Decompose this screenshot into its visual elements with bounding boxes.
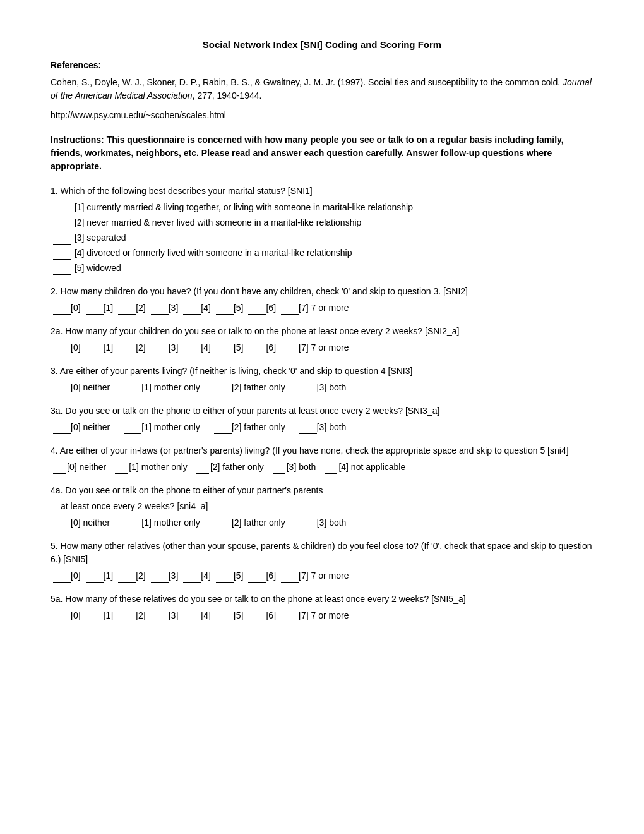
q1-option2: [2] never married & never lived with som…	[51, 215, 593, 229]
q5a-blank2	[118, 608, 136, 622]
q2-blank3	[151, 301, 169, 315]
q3a-blank0	[53, 420, 71, 434]
q2-opt7: [7] 7 or more	[281, 301, 349, 315]
q2a-opt6: [6]	[248, 341, 276, 354]
q1-blank1	[53, 200, 71, 214]
q3a-blank2	[214, 420, 232, 434]
q4a-blank0	[53, 516, 71, 529]
q5a-blank5	[216, 608, 234, 622]
q1-option4: [4] divorced or formerly lived with some…	[51, 246, 593, 260]
reference1-text: Cohen, S., Doyle, W. J., Skoner, D. P., …	[51, 77, 563, 87]
q2a-blank6	[248, 341, 266, 354]
q5-blank1	[86, 569, 104, 583]
q4a-text: 4a. Do you see or talk on the phone to e…	[51, 484, 593, 497]
q4-blank1	[115, 460, 128, 474]
q2a-blank4	[183, 341, 201, 354]
q5-opt1: [1]	[86, 569, 114, 583]
q5a-blank7	[281, 608, 299, 622]
q4a-opt0: [0] neither	[53, 516, 110, 529]
q5a-blank6	[248, 608, 266, 622]
q3-blank2	[214, 380, 232, 394]
q2a-blank2	[118, 341, 136, 354]
question-2: 2. How many children do you have? (If yo…	[51, 285, 593, 315]
q5-blank5	[216, 569, 234, 583]
q2a-blank7	[281, 341, 299, 354]
q2-opt5: [5]	[216, 301, 244, 315]
q1-blank5	[53, 261, 71, 275]
q5-blank6	[248, 569, 266, 583]
q5-opt0: [0]	[53, 569, 81, 583]
q1-blank2	[53, 215, 71, 229]
q4-opt3: [3] both	[273, 460, 316, 474]
q5a-opt4: [4]	[183, 608, 211, 622]
q3-opt0: [0] neither	[53, 380, 110, 394]
question-2a: 2a. How many of your children do you see…	[51, 325, 593, 354]
q2a-opt4: [4]	[183, 341, 211, 354]
q2a-opt1: [1]	[86, 341, 114, 354]
q2-opt3: [3]	[151, 301, 179, 315]
q1-blank3	[53, 231, 71, 245]
q4-blank3	[273, 460, 285, 474]
q3-blank1	[124, 380, 141, 394]
q5a-opt3: [3]	[151, 608, 179, 622]
q2-opt6: [6]	[248, 301, 276, 315]
q4-blank0	[53, 460, 66, 474]
q4-opt2: [2] father only	[196, 460, 264, 474]
q4a-blank3	[299, 516, 317, 529]
q4-text: 4. Are either of your in-laws (or partne…	[51, 444, 593, 457]
q4a-blank2	[214, 516, 232, 529]
q4-opt4: [4] not applicable	[325, 460, 405, 474]
page: Social Network Index [SNI] Coding and Sc…	[51, 38, 593, 622]
q5a-scale: [0] [1] [2] [3] [4] [5] [6] [7] 7 or mor…	[51, 608, 593, 622]
page-title: Social Network Index [SNI] Coding and Sc…	[51, 38, 593, 52]
q4a-opt1: [1] mother only	[124, 516, 200, 529]
question-5a: 5a. How many of these relatives do you s…	[51, 593, 593, 622]
q2-blank4	[183, 301, 201, 315]
q3-blank0	[53, 380, 71, 394]
q1-option3: [3] separated	[51, 231, 593, 245]
q1-text: 1. Which of the following best describes…	[51, 184, 593, 198]
q5a-blank1	[86, 608, 104, 622]
question-1: 1. Which of the following best describes…	[51, 184, 593, 275]
q1-option1: [1] currently married & living together,…	[51, 200, 593, 214]
reference-text: Cohen, S., Doyle, W. J., Skoner, D. P., …	[51, 76, 593, 102]
q4-options: [0] neither [1] mother only [2] father o…	[51, 460, 593, 474]
q5-opt6: [6]	[248, 569, 276, 583]
q4-opt0: [0] neither	[53, 460, 106, 474]
question-3a: 3a. Do you see or talk on the phone to e…	[51, 404, 593, 434]
q2a-blank3	[151, 341, 169, 354]
q3a-opt2: [2] father only	[214, 420, 285, 434]
q5a-opt1: [1]	[86, 608, 114, 622]
q3-text: 3. Are either of your parents living? (I…	[51, 365, 593, 378]
q5a-opt5: [5]	[216, 608, 244, 622]
q3-options: [0] neither [1] mother only [2] father o…	[51, 380, 593, 394]
q2a-opt0: [0]	[53, 341, 81, 354]
q2a-opt2: [2]	[118, 341, 146, 354]
q5a-text: 5a. How many of these relatives do you s…	[51, 593, 593, 606]
q2-opt0: [0]	[53, 301, 81, 315]
q5a-opt0: [0]	[53, 608, 81, 622]
instructions-text: Instructions: This questionnaire is conc…	[51, 133, 593, 173]
q2-blank5	[216, 301, 234, 315]
reference1-end: , 277, 1940-1944.	[193, 90, 262, 100]
q2-blank6	[248, 301, 266, 315]
question-4: 4. Are either of your in-laws (or partne…	[51, 444, 593, 474]
q3a-blank3	[299, 420, 317, 434]
q5-opt7: [7] 7 or more	[281, 569, 349, 583]
q2a-text: 2a. How many of your children do you see…	[51, 325, 593, 338]
q5-opt5: [5]	[216, 569, 244, 583]
q2a-blank1	[86, 341, 104, 354]
q5-text: 5. How many other relatives (other than …	[51, 540, 593, 566]
question-4a: 4a. Do you see or talk on the phone to e…	[51, 484, 593, 529]
q5-blank0	[53, 569, 71, 583]
q5a-blank4	[183, 608, 201, 622]
q5a-blank0	[53, 608, 71, 622]
q4a-opt3: [3] both	[299, 516, 347, 529]
q1-blank4	[53, 246, 71, 260]
q4-blank2	[196, 460, 209, 474]
q5a-blank3	[151, 608, 169, 622]
references-label: References:	[51, 59, 593, 72]
q2-opt1: [1]	[86, 301, 114, 315]
q3a-opt0: [0] neither	[53, 420, 110, 434]
q5-blank7	[281, 569, 299, 583]
